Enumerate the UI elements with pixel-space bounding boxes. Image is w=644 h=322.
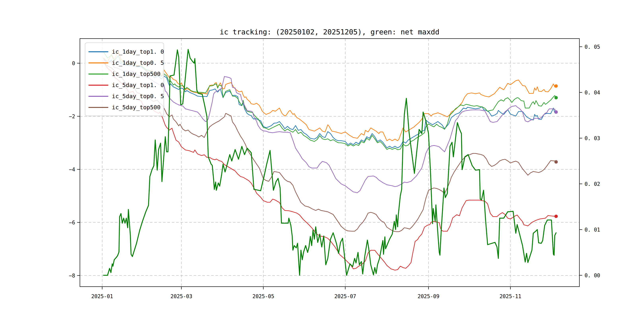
y-right-tick-label-0. 02: 0. 02 (584, 181, 600, 187)
legend-line-swatch (88, 85, 108, 86)
y-left-tick-label-0: 0 (72, 60, 75, 66)
y-right-tick-label-0. 00: 0. 00 (584, 272, 600, 278)
line-ic_1day_top500 (104, 52, 556, 150)
chart-page: ic tracking: (20250102, 20251205), green… (0, 0, 644, 322)
legend-item: ic_5day_top1. 0 (88, 80, 162, 91)
end-dot-ic_5day_top0.5 (554, 110, 558, 114)
chart-title: ic tracking: (20250102, 20251205), green… (220, 28, 439, 36)
y-right-tick-label-0. 01: 0. 01 (584, 227, 600, 233)
end-dot-ic_5day_top500 (554, 160, 558, 164)
legend-item: ic_1day_top500 (88, 68, 162, 80)
y-left-tick-label-−4: −4 (69, 166, 75, 172)
legend-item-label: ic_1day_top500 (112, 70, 160, 77)
legend-item: ic_1day_top0. 5 (88, 57, 162, 68)
x-tick-label-2025-05: 2025-05 (252, 294, 274, 299)
legend-line-swatch (88, 51, 108, 52)
end-dot-ic_1day_top0.5 (554, 84, 558, 88)
y-left-tick-label-−8: −8 (69, 273, 75, 279)
legend-line-swatch (88, 74, 108, 74)
x-tick-label-2025-07: 2025-07 (334, 294, 356, 299)
y-left-tick-label-−6: −6 (69, 220, 75, 226)
legend-item-label: ic_1day_top0. 5 (112, 60, 164, 66)
legend-item: ic_5day_top500 (88, 102, 162, 113)
line-ic_1day_top1.0 (104, 58, 556, 148)
legend-line-swatch (88, 62, 108, 64)
series-end-dots (554, 84, 558, 218)
x-tick-label-2025-03: 2025-03 (170, 294, 192, 299)
legend-item: ic_1day_top1. 0 (88, 46, 162, 57)
legend-item-label: ic_5day_top500 (112, 104, 160, 111)
line-ic_5day_top0.5 (104, 60, 556, 193)
line-ic_1day_top0.5 (104, 51, 556, 141)
legend-item-label: ic_5day_top1. 0 (112, 82, 164, 88)
legend-item-label: ic_1day_top1. 0 (112, 48, 164, 55)
end-dot-ic_1day_top500 (554, 96, 558, 100)
x-tick-label-2025-11: 2025-11 (500, 294, 521, 299)
legend-item-label: ic_5day_top0. 5 (112, 93, 164, 100)
legend-box: ic_1day_top1. 0 ic_1day_top0. 5 ic_1day_… (85, 42, 164, 116)
y-right-tick-label-0. 04: 0. 04 (584, 90, 600, 96)
end-dot-ic_5day_top1.0 (554, 215, 558, 218)
x-tick-label-2025-09: 2025-09 (418, 294, 440, 299)
x-tick-label-2025-01: 2025-01 (91, 294, 113, 299)
legend-item: ic_5day_top0. 5 (88, 91, 162, 102)
series-lines (104, 50, 556, 275)
legend-line-swatch (88, 96, 108, 97)
y-right-tick-label-0. 05: 0. 05 (584, 44, 600, 50)
y-right-tick-label-0. 03: 0. 03 (584, 135, 600, 141)
y-left-tick-label-−2: −2 (69, 114, 75, 120)
legend-line-swatch (88, 107, 108, 108)
